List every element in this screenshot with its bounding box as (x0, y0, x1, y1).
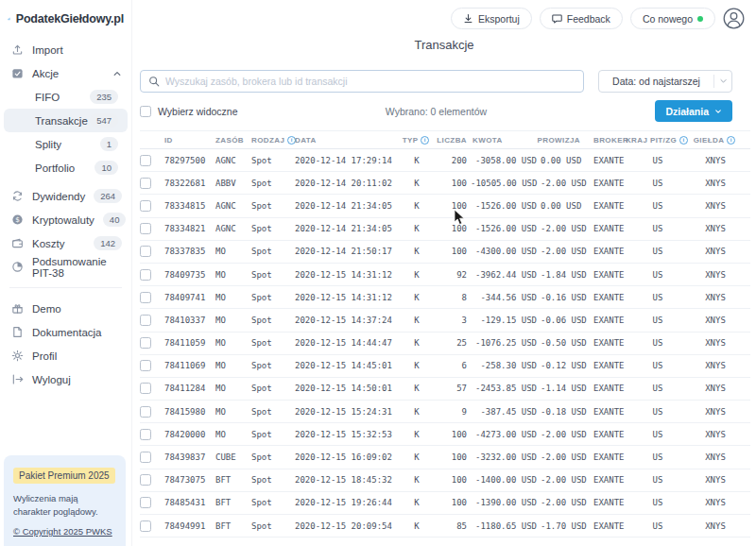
sidebar-item-label: Splity (35, 139, 100, 150)
row-checkbox[interactable] (140, 497, 151, 508)
column-header-liczba: LICZBA (429, 136, 471, 145)
controls-row: Data: od najstarszej (140, 70, 732, 93)
cell-kraj-pit-zg: US (635, 407, 679, 417)
sidebar-item-kryptowaluty[interactable]: $ Kryptowaluty 40 (0, 208, 131, 231)
sidebar-item-dokumentacja[interactable]: Dokumentacja (0, 320, 131, 344)
cell-rodzaj: Spot (249, 361, 293, 370)
whats-new-button[interactable]: Co nowego (630, 8, 715, 29)
sidebar-item-fifo[interactable]: FIFO 235 (4, 85, 128, 109)
sidebar-item-splity[interactable]: Splity 1 (4, 132, 128, 156)
row-checkbox[interactable] (140, 315, 151, 326)
sidebar-item-wyloguj[interactable]: Wyloguj (0, 367, 131, 391)
cell-rodzaj: Spot (249, 475, 293, 485)
cell-liczba: 100 (429, 224, 471, 233)
cell-kraj-pit-zg: US (635, 475, 679, 485)
cell-id: 78473075 (163, 475, 214, 485)
row-checkbox[interactable] (140, 269, 151, 281)
table-row[interactable]: 78322681ABBVSpot2020-12-14 20:11:02K100-… (140, 172, 750, 195)
row-checkbox[interactable] (140, 200, 151, 212)
cell-id: 78411059 (163, 338, 214, 348)
row-checkbox[interactable] (140, 406, 151, 418)
actions-button[interactable]: Działania (655, 100, 732, 122)
app-window: PodatekGiełdowy.pl Import Akcje (0, 0, 756, 546)
cell-prowizja: -2.00 USD (541, 498, 584, 507)
feedback-button[interactable]: Feedback (540, 8, 623, 29)
table-row[interactable]: 78411284MOSpot2020-12-15 14:50:01K57-245… (140, 378, 750, 401)
cell-kwota: -1400.00 USD (471, 475, 541, 485)
cell-data: 2020-12-15 14:44:47 (293, 338, 403, 348)
sidebar-item-label: Kryptowaluty (32, 214, 94, 226)
column-header-gielda: GIEŁDAi (679, 136, 750, 145)
sidebar-item-transakcje[interactable]: Transakcje 547 (4, 109, 128, 132)
table-row[interactable]: 78494991BFTSpot2020-12-15 20:09:54K85-11… (140, 515, 750, 537)
column-header-id: ID (163, 136, 214, 145)
cell-kwota: -258.30 USD (471, 361, 541, 370)
chevron-down-icon (719, 77, 728, 85)
table-row[interactable]: 78420000MOSpot2020-12-15 15:32:53K100-42… (140, 423, 750, 446)
cell-kwota: -1526.00 USD (471, 201, 541, 211)
row-checkbox[interactable] (140, 452, 151, 463)
cell-typ: K (403, 156, 429, 165)
sidebar-item-dywidendy[interactable]: Dywidendy 264 (0, 184, 131, 208)
cell-zasob: BFT (214, 521, 249, 531)
cell-kwota: -2453.85 USD (471, 384, 541, 393)
row-checkbox[interactable] (140, 178, 151, 189)
cell-gielda: XNYS (679, 179, 750, 188)
row-checkbox[interactable] (140, 246, 151, 257)
notification-dot (697, 16, 703, 22)
table-row[interactable]: 78411059MOSpot2020-12-15 14:44:47K25-107… (140, 333, 750, 355)
count-badge: 142 (94, 236, 122, 251)
search-box (140, 70, 584, 93)
search-input[interactable] (165, 76, 576, 87)
sidebar-item-profil[interactable]: Profil (0, 344, 131, 367)
table-row[interactable]: 78485431BFTSpot2020-12-15 19:26:44K100-1… (140, 492, 750, 515)
cell-zasob: BFT (214, 475, 249, 485)
table-row[interactable]: 78410337MOSpot2020-12-15 14:37:24K3-129.… (140, 309, 750, 332)
table-row[interactable]: 78337835MOSpot2020-12-14 21:50:17K100-43… (140, 241, 750, 264)
user-avatar-icon[interactable] (723, 8, 745, 29)
cell-rodzaj: Spot (249, 156, 293, 165)
sort-dropdown[interactable]: Data: od najstarszej (598, 70, 732, 93)
table-row[interactable]: 78334821AGNCSpot2020-12-14 21:34:05K100-… (140, 218, 750, 241)
table-row[interactable]: 78411069MOSpot2020-12-15 14:45:01K6-258.… (140, 355, 750, 378)
sidebar-item-portfolio[interactable]: Portfolio 10 (4, 156, 128, 179)
cell-id: 78411069 (163, 361, 214, 370)
cell-zasob: MO (214, 361, 249, 370)
cell-typ: K (403, 407, 429, 417)
row-checkbox[interactable] (140, 429, 151, 440)
row-checkbox[interactable] (140, 520, 151, 532)
export-button[interactable]: Eksportuj (451, 8, 532, 29)
cell-broker: EXANTE (584, 361, 635, 370)
brand-logo[interactable]: PodatekGiełdowy.pl (0, 8, 131, 38)
copyright-link[interactable]: © Copyright 2025 PWKS (13, 526, 112, 537)
cell-zasob: MO (214, 430, 249, 439)
cell-prowizja: -2.00 USD (541, 179, 584, 188)
table-row[interactable]: 78439837CUBESpot2020-12-15 16:09:02K100-… (140, 446, 750, 469)
table-row[interactable]: 78409741MOSpot2020-12-15 14:31:12K8-344.… (140, 286, 750, 309)
sidebar-item-podsumowanie-pit38[interactable]: Podsumowanie PIT-38 (0, 255, 131, 279)
cell-rodzaj: Spot (249, 498, 293, 507)
row-checkbox[interactable] (140, 360, 151, 371)
info-icon[interactable]: i (727, 136, 735, 145)
row-checkbox[interactable] (140, 155, 151, 166)
cell-id: 78409741 (163, 293, 214, 302)
table-row[interactable]: 78409735MOSpot2020-12-15 14:31:12K92-396… (140, 264, 750, 286)
row-checkbox[interactable] (140, 474, 151, 486)
table-row[interactable]: 78297500AGNCSpot2020-12-14 17:29:14K200-… (140, 149, 750, 172)
row-checkbox[interactable] (140, 292, 151, 303)
sidebar-item-akcje[interactable]: Akcje (0, 61, 131, 85)
table-row[interactable]: 78415980MOSpot2020-12-15 15:24:31K9-387.… (140, 401, 750, 423)
row-checkbox[interactable] (140, 383, 151, 394)
sidebar-item-koszty[interactable]: Koszty 142 (0, 231, 131, 255)
sidebar-item-import[interactable]: Import (0, 38, 131, 61)
cell-prowizja: -2.00 USD (541, 475, 584, 485)
brand-name: PodatekGiełdowy.pl (16, 12, 124, 26)
sidebar-item-demo[interactable]: Demo (0, 297, 131, 320)
row-checkbox[interactable] (140, 337, 151, 349)
row-checkbox[interactable] (140, 223, 151, 234)
cell-data: 2020-12-14 21:34:05 (293, 201, 403, 211)
table-row[interactable]: 78473075BFTSpot2020-12-15 18:45:32K100-1… (140, 469, 750, 492)
cell-liczba: 200 (429, 156, 471, 165)
table-row[interactable]: 78334815AGNCSpot2020-12-14 21:34:05K100-… (140, 195, 750, 217)
cell-kraj-pit-zg: US (635, 201, 679, 211)
